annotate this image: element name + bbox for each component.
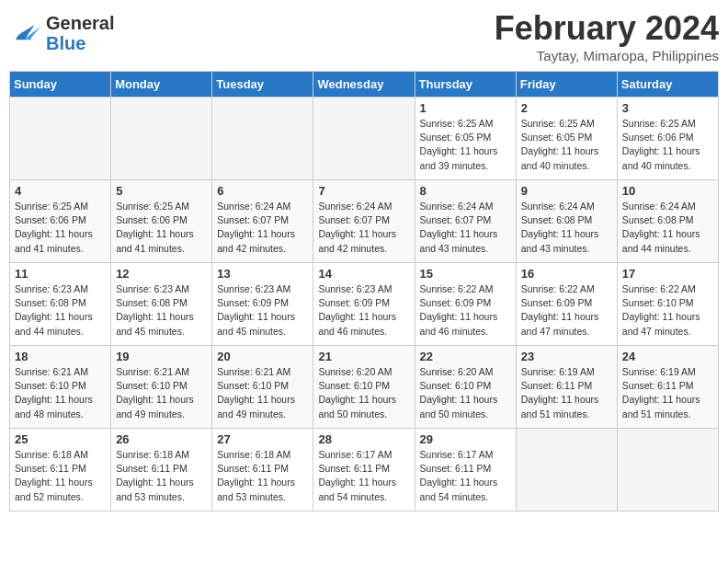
- calendar-cell: 23Sunrise: 6:19 AM Sunset: 6:11 PM Dayli…: [516, 346, 617, 429]
- day-number: 10: [622, 184, 713, 198]
- calendar-cell: 25Sunrise: 6:18 AM Sunset: 6:11 PM Dayli…: [10, 429, 111, 511]
- day-info: Sunrise: 6:25 AM Sunset: 6:05 PM Dayligh…: [420, 117, 511, 173]
- day-info: Sunrise: 6:19 AM Sunset: 6:11 PM Dayligh…: [622, 365, 713, 421]
- day-number: 23: [521, 350, 612, 363]
- calendar-cell: 12Sunrise: 6:23 AM Sunset: 6:08 PM Dayli…: [111, 263, 212, 346]
- calendar-cell: 4Sunrise: 6:25 AM Sunset: 6:06 PM Daylig…: [10, 180, 111, 263]
- calendar-cell: 15Sunrise: 6:22 AM Sunset: 6:09 PM Dayli…: [415, 263, 516, 346]
- day-info: Sunrise: 6:21 AM Sunset: 6:10 PM Dayligh…: [15, 365, 106, 421]
- calendar-week-row: 11Sunrise: 6:23 AM Sunset: 6:08 PM Dayli…: [10, 263, 719, 346]
- calendar-cell: 21Sunrise: 6:20 AM Sunset: 6:10 PM Dayli…: [313, 346, 415, 429]
- header-friday: Friday: [516, 72, 617, 98]
- day-info: Sunrise: 6:23 AM Sunset: 6:08 PM Dayligh…: [116, 282, 207, 339]
- day-number: 18: [15, 350, 106, 363]
- calendar-cell: 29Sunrise: 6:17 AM Sunset: 6:11 PM Dayli…: [415, 429, 516, 511]
- day-number: 5: [116, 184, 207, 198]
- calendar-title: February 2024: [495, 9, 719, 48]
- header: General Blue February 2024 Taytay, Mimar…: [9, 9, 719, 63]
- day-info: Sunrise: 6:18 AM Sunset: 6:11 PM Dayligh…: [15, 448, 106, 504]
- calendar-cell: 11Sunrise: 6:23 AM Sunset: 6:08 PM Dayli…: [10, 263, 111, 346]
- day-info: Sunrise: 6:23 AM Sunset: 6:09 PM Dayligh…: [318, 282, 409, 339]
- day-info: Sunrise: 6:25 AM Sunset: 6:05 PM Dayligh…: [521, 117, 612, 173]
- day-info: Sunrise: 6:22 AM Sunset: 6:10 PM Dayligh…: [622, 282, 713, 339]
- day-number: 24: [622, 350, 713, 363]
- calendar-cell: 13Sunrise: 6:23 AM Sunset: 6:09 PM Dayli…: [212, 263, 313, 346]
- logo-text: General Blue: [46, 13, 114, 53]
- day-info: Sunrise: 6:25 AM Sunset: 6:06 PM Dayligh…: [622, 117, 713, 173]
- title-area: February 2024 Taytay, Mimaropa, Philippi…: [495, 9, 719, 63]
- day-number: 27: [217, 432, 308, 446]
- calendar-cell: 7Sunrise: 6:24 AM Sunset: 6:07 PM Daylig…: [313, 180, 415, 263]
- day-info: Sunrise: 6:23 AM Sunset: 6:09 PM Dayligh…: [217, 282, 308, 339]
- calendar-cell: 26Sunrise: 6:18 AM Sunset: 6:11 PM Dayli…: [111, 429, 212, 511]
- calendar-cell: 3Sunrise: 6:25 AM Sunset: 6:06 PM Daylig…: [617, 98, 718, 180]
- day-number: 22: [420, 350, 511, 363]
- day-number: 16: [521, 267, 612, 281]
- calendar-cell: 8Sunrise: 6:24 AM Sunset: 6:07 PM Daylig…: [415, 180, 516, 263]
- calendar-cell: 28Sunrise: 6:17 AM Sunset: 6:11 PM Dayli…: [313, 429, 415, 511]
- calendar-cell: 19Sunrise: 6:21 AM Sunset: 6:10 PM Dayli…: [111, 346, 212, 429]
- header-wednesday: Wednesday: [313, 72, 415, 98]
- day-number: 29: [420, 432, 511, 446]
- calendar-cell: 17Sunrise: 6:22 AM Sunset: 6:10 PM Dayli…: [617, 263, 718, 346]
- day-number: 21: [318, 350, 409, 363]
- calendar-cell: 16Sunrise: 6:22 AM Sunset: 6:09 PM Dayli…: [516, 263, 617, 346]
- day-info: Sunrise: 6:19 AM Sunset: 6:11 PM Dayligh…: [521, 365, 612, 421]
- calendar-table: SundayMondayTuesdayWednesdayThursdayFrid…: [9, 71, 719, 511]
- day-info: Sunrise: 6:17 AM Sunset: 6:11 PM Dayligh…: [420, 448, 511, 504]
- day-info: Sunrise: 6:22 AM Sunset: 6:09 PM Dayligh…: [420, 282, 511, 339]
- calendar-cell: [111, 98, 212, 180]
- day-number: 4: [15, 184, 106, 198]
- day-info: Sunrise: 6:21 AM Sunset: 6:10 PM Dayligh…: [217, 365, 308, 421]
- calendar-cell: 24Sunrise: 6:19 AM Sunset: 6:11 PM Dayli…: [617, 346, 718, 429]
- calendar-cell: 9Sunrise: 6:24 AM Sunset: 6:08 PM Daylig…: [516, 180, 617, 263]
- day-info: Sunrise: 6:23 AM Sunset: 6:08 PM Dayligh…: [15, 282, 106, 339]
- day-number: 28: [318, 432, 409, 446]
- calendar-cell: 5Sunrise: 6:25 AM Sunset: 6:06 PM Daylig…: [111, 180, 212, 263]
- calendar-cell: 14Sunrise: 6:23 AM Sunset: 6:09 PM Dayli…: [313, 263, 415, 346]
- calendar-cell: 2Sunrise: 6:25 AM Sunset: 6:05 PM Daylig…: [516, 98, 617, 180]
- logo-icon: [9, 17, 42, 50]
- calendar-cell: [10, 98, 111, 180]
- header-tuesday: Tuesday: [212, 72, 313, 98]
- day-info: Sunrise: 6:20 AM Sunset: 6:10 PM Dayligh…: [420, 365, 511, 421]
- day-info: Sunrise: 6:20 AM Sunset: 6:10 PM Dayligh…: [318, 365, 409, 421]
- calendar-cell: 10Sunrise: 6:24 AM Sunset: 6:08 PM Dayli…: [617, 180, 718, 263]
- day-number: 9: [521, 184, 612, 198]
- day-number: 25: [15, 432, 106, 446]
- calendar-week-row: 25Sunrise: 6:18 AM Sunset: 6:11 PM Dayli…: [10, 429, 719, 511]
- day-number: 7: [318, 184, 409, 198]
- header-saturday: Saturday: [617, 72, 718, 98]
- calendar-cell: 18Sunrise: 6:21 AM Sunset: 6:10 PM Dayli…: [10, 346, 111, 429]
- day-number: 17: [622, 267, 713, 281]
- calendar-cell: [313, 98, 415, 180]
- day-info: Sunrise: 6:24 AM Sunset: 6:07 PM Dayligh…: [217, 200, 308, 256]
- day-number: 11: [15, 267, 106, 281]
- day-number: 20: [217, 350, 308, 363]
- day-info: Sunrise: 6:22 AM Sunset: 6:09 PM Dayligh…: [521, 282, 612, 339]
- day-number: 14: [318, 267, 409, 281]
- header-sunday: Sunday: [10, 72, 111, 98]
- calendar-cell: [212, 98, 313, 180]
- day-number: 1: [420, 101, 511, 115]
- day-number: 26: [116, 432, 207, 446]
- logo: General Blue: [9, 13, 114, 53]
- day-number: 6: [217, 184, 308, 198]
- day-number: 3: [622, 101, 713, 115]
- day-info: Sunrise: 6:24 AM Sunset: 6:08 PM Dayligh…: [622, 200, 713, 256]
- calendar-cell: 22Sunrise: 6:20 AM Sunset: 6:10 PM Dayli…: [415, 346, 516, 429]
- day-info: Sunrise: 6:18 AM Sunset: 6:11 PM Dayligh…: [116, 448, 207, 504]
- day-info: Sunrise: 6:18 AM Sunset: 6:11 PM Dayligh…: [217, 448, 308, 504]
- day-info: Sunrise: 6:21 AM Sunset: 6:10 PM Dayligh…: [116, 365, 207, 421]
- calendar-header-row: SundayMondayTuesdayWednesdayThursdayFrid…: [10, 72, 719, 98]
- header-monday: Monday: [111, 72, 212, 98]
- day-info: Sunrise: 6:17 AM Sunset: 6:11 PM Dayligh…: [318, 448, 409, 504]
- day-number: 12: [116, 267, 207, 281]
- day-info: Sunrise: 6:25 AM Sunset: 6:06 PM Dayligh…: [116, 200, 207, 256]
- calendar-week-row: 4Sunrise: 6:25 AM Sunset: 6:06 PM Daylig…: [10, 180, 719, 263]
- calendar-cell: 1Sunrise: 6:25 AM Sunset: 6:05 PM Daylig…: [415, 98, 516, 180]
- day-number: 8: [420, 184, 511, 198]
- calendar-cell: [617, 429, 718, 511]
- calendar-cell: 6Sunrise: 6:24 AM Sunset: 6:07 PM Daylig…: [212, 180, 313, 263]
- day-info: Sunrise: 6:25 AM Sunset: 6:06 PM Dayligh…: [15, 200, 106, 256]
